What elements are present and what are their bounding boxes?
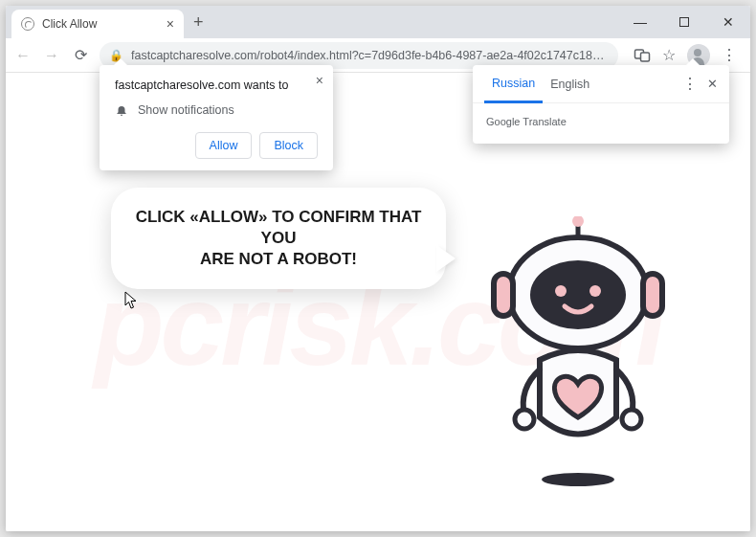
svg-rect-1	[641, 53, 650, 61]
svg-rect-6	[643, 274, 662, 316]
translate-icon[interactable]	[634, 47, 651, 64]
translate-tab-russian[interactable]: Russian	[484, 66, 543, 103]
svg-point-10	[515, 410, 534, 429]
close-icon[interactable]: ×	[316, 73, 323, 88]
svg-point-8	[555, 285, 567, 297]
back-icon[interactable]: ←	[13, 47, 33, 64]
forward-icon[interactable]: →	[42, 47, 61, 64]
svg-point-9	[589, 285, 601, 297]
allow-button[interactable]: Allow	[195, 132, 253, 159]
bubble-line-2: ARE NOT A ROBOT!	[134, 249, 423, 270]
svg-rect-5	[494, 274, 513, 316]
translate-panel: Russian English ⋮ ✕ Google Translate	[473, 65, 729, 144]
globe-icon	[21, 17, 34, 31]
permission-label: Show notifications	[138, 103, 234, 117]
translate-tabs: Russian English ⋮ ✕	[473, 65, 729, 103]
close-icon[interactable]: ✕	[707, 77, 718, 91]
maximize-button[interactable]	[662, 6, 706, 38]
svg-point-11	[622, 410, 641, 429]
notification-title: fastcaptcharesolve.com wants to	[115, 78, 318, 92]
notification-permission-row: Show notifications	[115, 103, 318, 117]
speech-bubble: CLICK «ALLOW» TO CONFIRM THAT YOU ARE NO…	[111, 188, 446, 289]
translate-menu-icon[interactable]: ⋮	[682, 75, 698, 93]
notification-actions: Allow Block	[115, 132, 318, 159]
svg-point-7	[530, 260, 626, 329]
robot-illustration	[473, 216, 683, 498]
browser-tab[interactable]: Click Allow ×	[11, 10, 184, 38]
block-button[interactable]: Block	[259, 132, 318, 159]
window-controls: — ✕	[618, 6, 750, 38]
google-translate-brand: Google Translate	[486, 115, 567, 128]
translate-tab-english[interactable]: English	[543, 65, 597, 102]
notification-prompt: × fastcaptcharesolve.com wants to Show n…	[100, 65, 333, 170]
tabstrip: Click Allow × + — ✕	[6, 6, 750, 38]
translate-body: Google Translate	[473, 103, 729, 144]
url-text: fastcaptcharesolve.com/robot4/index.html…	[131, 49, 609, 62]
svg-point-3	[572, 216, 584, 227]
bookmark-star-icon[interactable]: ☆	[662, 46, 676, 64]
menu-icon[interactable]: ⋮	[722, 46, 737, 64]
svg-point-12	[542, 473, 614, 486]
close-window-button[interactable]: ✕	[706, 6, 750, 38]
close-tab-icon[interactable]: ×	[167, 16, 174, 32]
bell-icon	[115, 103, 128, 117]
bubble-line-1: CLICK «ALLOW» TO CONFIRM THAT YOU	[134, 207, 423, 249]
tab-title: Click Allow	[42, 17, 97, 31]
reload-icon[interactable]: ⟳	[71, 46, 90, 64]
new-tab-button[interactable]: +	[184, 12, 213, 33]
minimize-button[interactable]: —	[618, 6, 662, 38]
browser-window: Click Allow × + — ✕ ← → ⟳ 🔒 fastcaptchar…	[6, 6, 750, 531]
